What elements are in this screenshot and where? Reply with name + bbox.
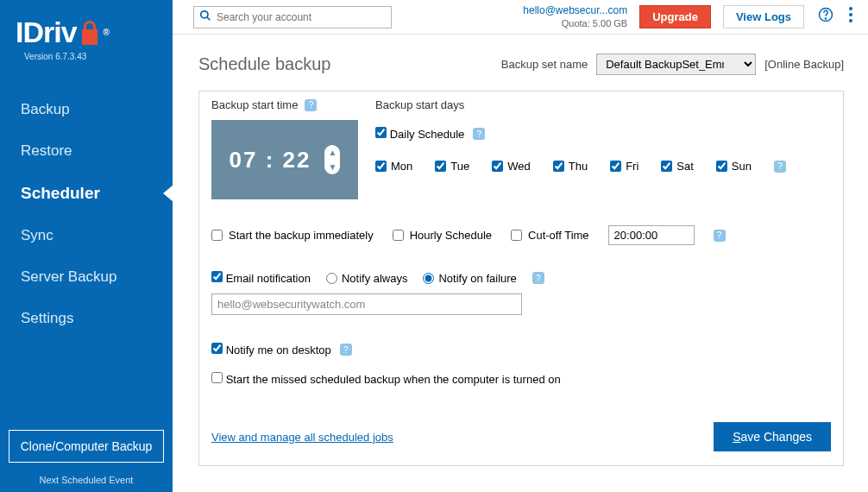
nav-sync[interactable]: Sync: [0, 215, 173, 256]
cutoff-time-checkbox[interactable]: Cut-off Time: [511, 229, 589, 242]
topbar: hello@websecur...com Quota: 5.00 GB Upgr…: [173, 0, 868, 35]
logo-area: IDriv ® Version 6.7.3.43: [0, 0, 173, 66]
cutoff-time-input[interactable]: [608, 225, 695, 245]
help-days-icon[interactable]: ?: [774, 161, 786, 173]
save-changes-button[interactable]: Save Changes: [714, 422, 831, 451]
page-header: Schedule backup Backup set name Default …: [198, 54, 844, 75]
help-email-icon[interactable]: ?: [532, 272, 544, 284]
app-logo: IDriv ®: [16, 16, 157, 49]
content: Schedule backup Backup set name Default …: [173, 35, 868, 492]
svg-point-6: [849, 13, 852, 16]
day-fri[interactable]: Fri: [610, 160, 638, 173]
day-thu[interactable]: Thu: [553, 160, 588, 173]
nav-backup[interactable]: Backup: [0, 89, 173, 130]
svg-point-1: [201, 11, 208, 18]
help-start-time-icon[interactable]: ?: [305, 99, 317, 111]
time-picker[interactable]: 07 : 22 ▲ ▼: [211, 120, 358, 199]
svg-line-2: [207, 17, 211, 21]
next-scheduled-event-label: Next Scheduled Event: [0, 475, 173, 492]
notify-desktop-checkbox[interactable]: Notify me on desktop: [211, 343, 331, 356]
svg-point-7: [849, 19, 852, 22]
day-mon[interactable]: Mon: [375, 160, 412, 173]
lock-icon: [78, 19, 102, 47]
time-stepper[interactable]: ▲ ▼: [324, 145, 340, 174]
more-icon[interactable]: [847, 5, 854, 28]
email-notification-checkbox[interactable]: Email notification: [211, 271, 311, 285]
nav-server-backup[interactable]: Server Backup: [0, 256, 173, 298]
version-label: Version 6.7.3.43: [16, 52, 157, 61]
search-icon: [199, 9, 211, 24]
main: hello@websecur...com Quota: 5.00 GB Upgr…: [173, 0, 868, 492]
online-backup-label: [Online Backup]: [764, 58, 844, 71]
quota-label: Quota: 5.00 GB: [404, 17, 627, 29]
notify-always-radio[interactable]: Notify always: [326, 272, 408, 285]
start-missed-checkbox[interactable]: Start the missed scheduled backup when t…: [211, 372, 561, 386]
day-wed[interactable]: Wed: [492, 160, 531, 173]
nav-settings[interactable]: Settings: [0, 298, 173, 339]
nav-restore[interactable]: Restore: [0, 130, 173, 172]
nav: Backup Restore Scheduler Sync Server Bac…: [0, 89, 173, 339]
start-time-label: Backup start time: [211, 98, 298, 111]
notify-failure-radio[interactable]: Notify on failure: [423, 272, 516, 285]
help-icon[interactable]: [816, 5, 835, 28]
day-sun[interactable]: Sun: [716, 160, 752, 173]
page-title: Schedule backup: [198, 54, 330, 74]
start-days-label: Backup start days: [375, 98, 464, 111]
email-address-input[interactable]: [211, 293, 522, 315]
day-sat[interactable]: Sat: [661, 160, 694, 173]
start-immediately-checkbox[interactable]: Start the backup immediately: [211, 229, 374, 242]
upgrade-button[interactable]: Upgrade: [639, 5, 711, 28]
help-cutoff-icon[interactable]: ?: [714, 230, 726, 242]
clone-computer-backup-button[interactable]: Clone/Computer Backup: [9, 430, 164, 463]
svg-point-5: [849, 7, 852, 10]
daily-schedule-checkbox[interactable]: Daily Schedule: [375, 127, 464, 141]
backup-set-label: Backup set name: [501, 58, 588, 71]
backup-set-select[interactable]: Default BackupSet_Emma: [596, 54, 756, 75]
svg-point-4: [825, 18, 826, 19]
day-tue[interactable]: Tue: [435, 160, 469, 173]
search-box[interactable]: [193, 6, 392, 28]
account-info: hello@websecur...com Quota: 5.00 GB: [404, 4, 627, 30]
chevron-up-icon: ▲: [329, 148, 337, 157]
account-email[interactable]: hello@websecur...com: [404, 4, 627, 18]
svg-point-0: [88, 35, 91, 38]
help-daily-icon[interactable]: ?: [473, 128, 485, 140]
chevron-down-icon: ▼: [329, 163, 337, 172]
view-logs-button[interactable]: View Logs: [723, 5, 804, 28]
view-all-jobs-link[interactable]: View and manage all scheduled jobs: [211, 431, 393, 444]
sidebar: IDriv ® Version 6.7.3.43 Backup Restore …: [0, 0, 173, 492]
help-desktop-icon[interactable]: ?: [340, 344, 352, 356]
hourly-schedule-checkbox[interactable]: Hourly Schedule: [393, 229, 492, 242]
nav-scheduler[interactable]: Scheduler: [0, 172, 173, 215]
schedule-panel: Backup start time ? Backup start days 07…: [198, 91, 844, 466]
search-input[interactable]: [217, 11, 386, 23]
